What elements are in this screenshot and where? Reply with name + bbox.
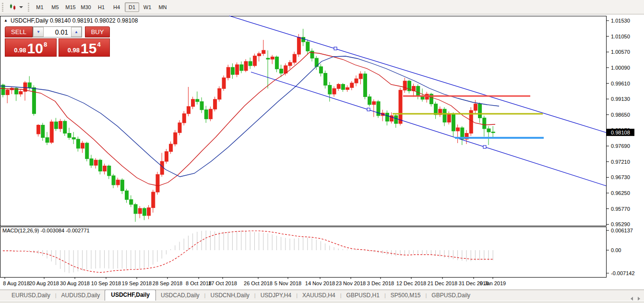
candle-body (333, 88, 336, 94)
ma-fast-line (0, 52, 495, 186)
candle-body (59, 121, 62, 129)
candle-body (456, 128, 460, 131)
timeframe-button-w1[interactable]: W1 (140, 2, 155, 12)
candle-body (310, 51, 314, 58)
trendline-channel-lower[interactable] (251, 72, 606, 186)
chart-tab-gbpusd-daily[interactable]: GBPUSD,Daily (427, 291, 475, 301)
buy-price-prefix: 0.98 (68, 47, 80, 54)
candle-body (275, 57, 278, 69)
mt4-window: { "toolbar": { "timeframes": ["M1","M5",… (0, 0, 644, 303)
trendline-handle[interactable] (367, 108, 370, 111)
chart-tab-sp500-m15[interactable]: SP500,M15 (386, 291, 426, 301)
candle-body (187, 107, 190, 114)
timeframe-button-m15[interactable]: M15 (63, 2, 78, 12)
candle-body (227, 67, 230, 78)
svg-text:3 Dec 2018: 3 Dec 2018 (367, 280, 394, 286)
chart-tab-usdjpy-h4[interactable]: USDJPY,H4 (256, 291, 296, 301)
timeframe-button-d1[interactable]: D1 (125, 2, 139, 12)
trendline-channel-upper[interactable] (229, 16, 606, 133)
sell-button[interactable]: SELL (5, 26, 33, 37)
candle-body (72, 137, 75, 139)
svg-text:1.00570: 1.00570 (611, 49, 630, 55)
tab-scroll-right-icon[interactable] (638, 297, 640, 301)
timeframe-button-mn[interactable]: MN (155, 2, 170, 12)
timeframe-button-m30[interactable]: M30 (79, 2, 93, 12)
candle-body (103, 166, 107, 171)
trendline-handle[interactable] (483, 145, 486, 148)
candle-body (68, 133, 71, 138)
buy-button[interactable]: BUY (85, 26, 110, 37)
candle-body (90, 159, 93, 166)
chart-tab-eurusd-daily[interactable]: EURUSD,Daily (7, 291, 55, 301)
candle-body (94, 160, 97, 165)
svg-text:12 Dec 2018: 12 Dec 2018 (396, 280, 426, 286)
chart-tab-usdcnh-daily[interactable]: USDCNH,Daily (205, 291, 254, 301)
candle-body (293, 54, 296, 62)
candle-body (306, 42, 310, 51)
buy-price-block[interactable]: 0.98 15 4 (59, 38, 110, 57)
candle-body (107, 166, 111, 176)
candle-body (368, 97, 371, 104)
candle-body (363, 74, 367, 97)
candle-body (346, 87, 349, 89)
macd-histogram (3, 230, 493, 273)
candle-body (385, 113, 389, 121)
tab-scroll-left-icon[interactable] (631, 297, 633, 301)
timeframe-button-h4[interactable]: H4 (109, 2, 124, 12)
candle-body (350, 83, 354, 88)
macd-indicator-label: MACD(12,26,9) -0.003084 -0.002771 (2, 228, 90, 233)
candle-body (125, 191, 129, 199)
candle-body (222, 78, 226, 88)
timeframe-button-m5[interactable]: M5 (48, 2, 62, 12)
candle-body (63, 121, 67, 133)
sell-price-block[interactable]: 0.98 10 8 (5, 38, 57, 57)
candle-body (240, 65, 243, 71)
candle-body (46, 137, 49, 142)
candle-body (147, 208, 151, 216)
candle-body (200, 102, 203, 110)
candle-body (98, 160, 102, 171)
svg-text:0.99130: 0.99130 (611, 96, 630, 102)
timeframe-button-m1[interactable]: M1 (33, 2, 47, 12)
volume-increase-button[interactable]: ▲ (71, 27, 82, 37)
macd-signal-line (3, 231, 493, 273)
candle-body (143, 208, 146, 216)
candle-body (337, 85, 340, 89)
collapse-arrow-icon[interactable]: ▲ (4, 18, 8, 23)
candle-body (19, 92, 23, 94)
chart-tab-audusd-daily[interactable]: AUDUSD,Daily (57, 291, 105, 301)
candle-body (120, 180, 124, 191)
svg-text:0.97690: 0.97690 (611, 143, 630, 149)
svg-text:5 Nov 2018: 5 Nov 2018 (274, 280, 301, 286)
toolbar-grip (2, 3, 3, 12)
candle-body (280, 69, 283, 73)
volume-input[interactable]: 0.01 (44, 27, 71, 37)
svg-text:0.96730: 0.96730 (611, 174, 630, 180)
svg-text:0.97210: 0.97210 (611, 159, 630, 165)
candle-body (130, 200, 133, 205)
one-click-trading-panel: SELL ▼ 0.01 ▲ BUY 0.98 10 8 0.98 15 4 (5, 26, 110, 57)
trendline-handle[interactable] (334, 47, 337, 50)
sell-price-big: 10 (27, 42, 43, 55)
chart-tab-xauusd-h4[interactable]: XAUUSD,H4 (298, 291, 340, 301)
candle-body (50, 122, 53, 143)
timeframe-button-h1[interactable]: H1 (94, 2, 108, 12)
candle-body (236, 65, 239, 74)
candle-body (319, 67, 322, 73)
candle-body (134, 205, 137, 214)
candle-body (169, 144, 173, 152)
svg-text:0.00: 0.00 (611, 247, 621, 253)
chart-tab-gbpusd-h1[interactable]: GBPUSD,H1 (342, 291, 384, 301)
volume-stepper: ▼ 0.01 ▲ (33, 26, 82, 37)
volume-decrease-button[interactable]: ▼ (33, 27, 44, 37)
svg-text:1.01050: 1.01050 (611, 34, 630, 39)
candle-body (196, 99, 199, 102)
candle-body (182, 114, 186, 123)
candle-body (266, 58, 270, 59)
candle-body (218, 88, 221, 99)
symbol-ohlc-label: USDCHF,Daily 0.98140 0.98191 0.98022 0.9… (11, 17, 138, 24)
chart-tab-usdchf-daily[interactable]: USDCHF,Daily (105, 290, 156, 301)
chart-type-button[interactable] (6, 2, 26, 12)
chart-tab-usdcad-daily[interactable]: USDCAD,Daily (156, 291, 204, 301)
candle-body (165, 152, 168, 161)
